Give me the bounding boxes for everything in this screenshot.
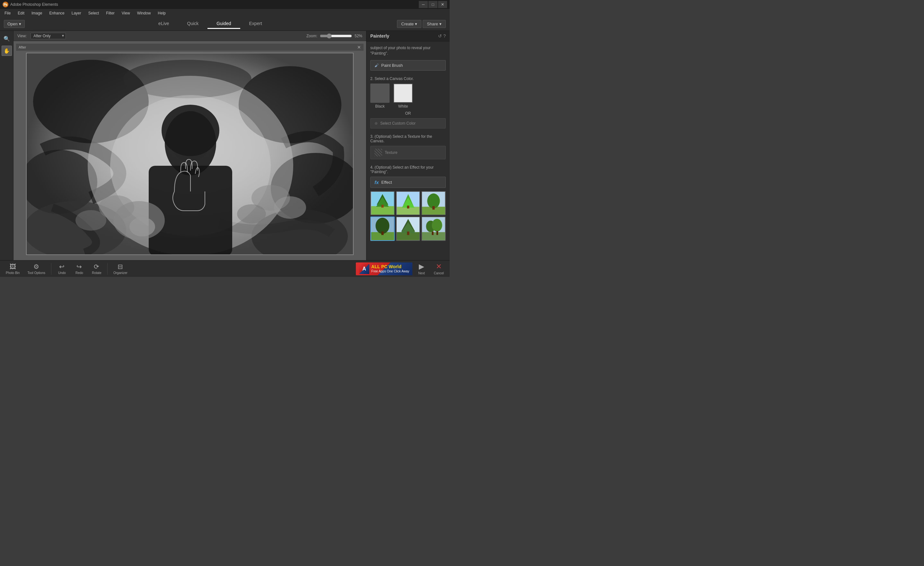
paint-brush-icon: 🖌 [375,63,379,68]
svg-point-14 [162,105,219,156]
menubar: File Edit Image Enhance Layer Select Fil… [0,9,450,17]
step2-label: 2. Select a Canvas Color. [370,77,446,81]
rotate-icon: ⟳ [94,263,99,270]
or-divider: OR [370,111,446,116]
app-title: Adobe Photoshop Elements [10,2,58,7]
tab-guided[interactable]: Guided [207,19,240,29]
bottom-right: A ALL PC World Free Apps One Click Away … [356,261,447,276]
effect-thumb-2[interactable] [396,191,420,216]
search-tool-button[interactable]: 🔍 [2,33,12,44]
svg-point-19 [237,204,266,224]
toolbar-divider-2 [107,263,108,275]
tab-quick[interactable]: Quick [178,19,208,29]
black-color-option[interactable]: Black [370,84,390,108]
black-color-swatch [370,84,390,103]
menu-window[interactable]: Window [134,10,154,16]
menu-file[interactable]: File [1,10,14,16]
color-options: Black White [370,84,446,108]
next-button[interactable]: ▶ Next [415,261,428,276]
view-bar: View: After Only Before Only Before & Af… [14,31,366,41]
tool-options-label: Tool Options [27,271,45,275]
organizer-label: Organizer [113,271,128,275]
tool-options-icon: ⚙ [33,263,39,270]
rotate-label: Rotate [92,271,101,275]
canvas-header-label: After [19,45,26,49]
custom-color-label: Select Custom Color [380,121,416,126]
svg-rect-44 [407,231,409,235]
effect-thumb-1[interactable] [370,191,395,216]
close-button[interactable]: ✕ [438,1,447,8]
view-select[interactable]: After Only Before Only Before & After [30,33,66,39]
menu-help[interactable]: Help [154,10,169,16]
allpcworld-tagline: Free Apps One Click Away [371,270,409,273]
canvas-container: After ✕ [14,41,366,260]
maximize-button[interactable]: □ [429,1,437,8]
panel-header: Painterly ↺ ? [366,31,450,41]
bottom-bar: 🖼 Photo Bin ⚙ Tool Options ↩ Undo ↪ Redo… [0,260,450,277]
create-button[interactable]: Create ▾ [397,20,422,28]
redo-button[interactable]: ↪ Redo [71,261,87,276]
tool-options-button[interactable]: ⚙ Tool Options [24,261,48,276]
effect-thumbnails [370,191,446,241]
menu-select[interactable]: Select [85,10,102,16]
effect-thumb-4[interactable] [370,216,395,241]
zoom-slider[interactable] [320,33,352,39]
paint-brush-label: Paint Brush [381,63,403,68]
rotate-button[interactable]: ⟳ Rotate [88,261,105,276]
svg-rect-26 [381,205,384,207]
effect-thumb-6[interactable] [422,216,446,241]
step4-section: 4. (Optional) Select an Effect for your … [370,165,446,241]
step3-label: 3. (Optional) Select a Texture for the C… [370,134,446,143]
paint-brush-button[interactable]: 🖌 Paint Brush [370,60,446,71]
allpcworld-name: ALL PC World [371,264,402,269]
panel-help-button[interactable]: ? [443,33,446,39]
zoom-control: Zoom: 52% [306,33,362,39]
cancel-icon: ✕ [436,263,442,271]
photo-bin-icon: 🖼 [10,263,16,270]
organizer-icon: ⊟ [117,263,123,270]
view-label: View: [17,34,27,38]
open-button[interactable]: Open ▾ [4,20,25,28]
undo-button[interactable]: ↩ Undo [54,261,70,276]
tab-elive[interactable]: eLive [149,19,178,29]
view-select-wrapper: After Only Before Only Before & After [30,33,66,39]
allpcworld-badge[interactable]: A ALL PC World Free Apps One Click Away [356,263,412,275]
texture-button[interactable]: Texture [370,146,446,159]
undo-label: Undo [58,271,66,275]
left-toolbar: 🔍 ✋ [0,31,14,260]
white-color-option[interactable]: White [393,84,413,108]
titlebar: Ps Adobe Photoshop Elements ─ □ ✕ [0,0,450,9]
panel-refresh-button[interactable]: ↺ [438,33,442,39]
allpcworld-text: ALL PC World Free Apps One Click Away [371,264,409,273]
cancel-button[interactable]: ✕ Cancel [430,261,447,276]
tab-expert[interactable]: Expert [240,19,271,29]
custom-color-button[interactable]: ⊕ Select Custom Color [370,118,446,129]
svg-point-21 [75,210,106,231]
minimize-button[interactable]: ─ [419,1,428,8]
hand-tool-button[interactable]: ✋ [2,46,12,56]
svg-point-38 [375,218,389,234]
svg-rect-39 [381,231,384,235]
effect-thumb-5[interactable] [396,216,420,241]
black-color-label: Black [375,104,384,108]
organizer-button[interactable]: ⊟ Organizer [110,261,131,276]
menu-filter[interactable]: Filter [103,10,118,16]
redo-icon: ↪ [76,263,82,270]
canvas-close-button[interactable]: ✕ [357,45,361,50]
menu-image[interactable]: Image [28,10,45,16]
mode-tabs: eLive Quick Guided Expert [149,19,271,29]
effect-button[interactable]: fx Effect [370,177,446,188]
search-icon: 🔍 [3,36,10,42]
redo-label: Redo [75,271,83,275]
share-button[interactable]: Share ▾ [423,20,446,28]
menu-view[interactable]: View [118,10,133,16]
next-arrow-icon: ▶ [419,263,424,271]
menu-layer[interactable]: Layer [68,10,84,16]
menu-enhance[interactable]: Enhance [46,10,68,16]
photo-bin-button[interactable]: 🖼 Photo Bin [3,262,23,276]
step3-section: 3. (Optional) Select a Texture for the C… [370,134,446,159]
create-arrow-icon: ▾ [415,21,417,26]
toolbar-divider-1 [51,263,51,275]
effect-thumb-3[interactable] [422,191,446,216]
menu-edit[interactable]: Edit [15,10,28,16]
